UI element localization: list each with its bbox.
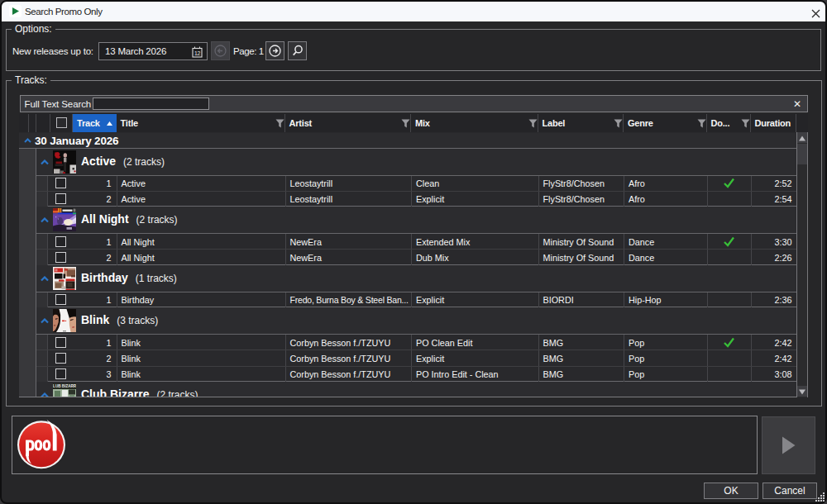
svg-text:12: 12 [194,50,201,56]
svg-text:CLUB BIZARRE: CLUB BIZARRE [53,384,76,388]
